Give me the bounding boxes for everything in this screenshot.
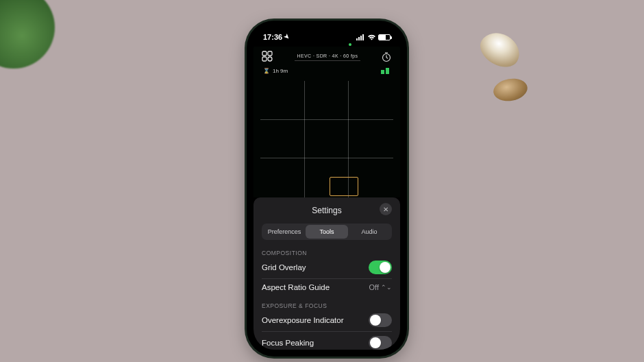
updown-icon: ⌃⌄ [381,285,392,291]
viewfinder-top-bar: HEVC · SDR · 4K · 60 fps [253,47,400,63]
format-summary[interactable]: HEVC · SDR · 4K · 60 fps [295,53,361,61]
status-time: 17:36 [263,33,282,41]
close-icon: ✕ [383,206,388,213]
status-left: 17:36 ➤ [263,33,290,41]
camera-active-dot-icon [349,43,351,46]
value-aspect-ratio-guide[interactable]: Off ⌃⌄ [369,283,392,291]
sheet-header: Settings ✕ [262,203,392,218]
sheet-title: Settings [312,206,341,215]
camera-viewfinder[interactable]: HEVC · SDR · 4K · 60 fps ⌛ 1h 9m [253,47,400,197]
label-focus-peaking: Focus Peaking [262,339,314,347]
histogram-icon[interactable] [381,67,391,74]
cellular-icon [356,34,365,40]
label-aspect-ratio-guide: Aspect Ratio Guide [262,283,330,291]
switch-overexposure-indicator[interactable] [369,313,392,327]
row-overexposure-indicator: Overexposure Indicator [262,309,392,331]
viewfinder-sub-bar: ⌛ 1h 9m [253,63,400,74]
battery-icon [378,34,391,40]
autofocus-box[interactable] [330,177,358,196]
app-menu-icon[interactable] [262,51,274,63]
svg-rect-5 [268,51,272,56]
svg-rect-6 [262,57,267,61]
row-focus-peaking: Focus Peaking [262,332,392,350]
svg-rect-1 [358,37,360,40]
grid-overlay-lines [260,81,393,197]
settings-sheet: Settings ✕ Preferences Tools Audio COMPO… [253,197,400,350]
tab-preferences[interactable]: Preferences [263,225,306,239]
notch [300,27,354,40]
record-time-remaining: ⌛ 1h 9m [263,68,288,74]
close-button[interactable]: ✕ [380,203,392,215]
value-aspect-ratio-text: Off [369,283,379,291]
desk-pebble-light [475,26,525,73]
svg-rect-2 [360,36,362,40]
phone-screen: 17:36 ➤ HEVC · SD [253,27,400,350]
location-icon: ➤ [283,33,292,42]
timer-icon[interactable] [381,51,392,62]
switch-focus-peaking[interactable] [369,336,392,350]
record-time-value: 1h 9m [273,68,288,74]
hourglass-icon: ⌛ [263,68,270,74]
desk-plant [0,0,55,69]
svg-rect-3 [362,34,364,40]
switch-grid-overlay[interactable] [369,261,392,274]
desk-pebble-dark [492,76,530,104]
wifi-icon [367,34,376,40]
row-grid-overlay: Grid Overlay [262,256,392,278]
settings-tabs: Preferences Tools Audio [262,224,392,240]
svg-rect-0 [356,38,358,40]
phone-shell: 17:36 ➤ HEVC · SD [247,21,407,357]
label-grid-overlay: Grid Overlay [262,263,306,272]
svg-point-7 [268,57,272,61]
label-overexposure-indicator: Overexposure Indicator [262,316,344,324]
tab-audio[interactable]: Audio [348,225,391,239]
battery-fill [379,35,386,40]
section-header-exposure-focus: EXPOSURE & FOCUS [262,302,392,309]
status-right [356,34,391,40]
row-aspect-ratio-guide[interactable]: Aspect Ratio Guide Off ⌃⌄ [262,279,392,295]
section-header-composition: COMPOSITION [262,250,392,256]
tab-tools[interactable]: Tools [306,225,348,239]
svg-rect-4 [262,51,267,56]
svg-line-10 [386,58,388,58]
